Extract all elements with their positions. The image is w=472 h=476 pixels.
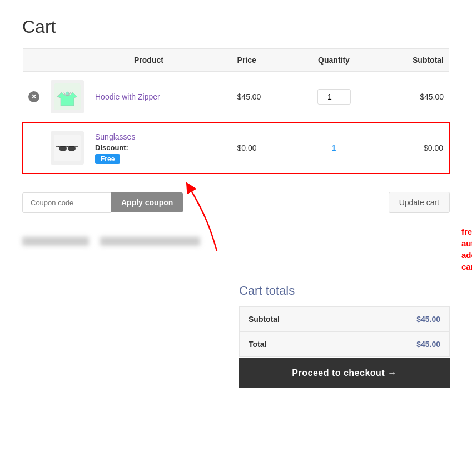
totals-table: Subtotal $45.00 Total $45.00 (239, 306, 450, 357)
subtotal-cell-hoodie: $45.00 (374, 72, 449, 123)
svg-point-1 (66, 92, 69, 95)
product-image-cell-sunglasses (45, 122, 90, 173)
product-thumbnail-sunglasses (51, 131, 84, 165)
apply-coupon-button[interactable]: Apply coupon (111, 192, 183, 212)
sunglasses-icon (54, 135, 81, 161)
product-link-sunglasses[interactable]: Sunglasses (95, 132, 135, 141)
col-price-header: Price (232, 49, 294, 72)
col-image-header (45, 49, 90, 72)
qty-cell-sunglasses: 1 (294, 122, 374, 173)
cart-totals-section: Cart totals Subtotal $45.00 Total $45.00… (239, 284, 450, 388)
qty-cell-hoodie (294, 72, 374, 123)
total-value: $45.00 (353, 332, 450, 357)
product-thumbnail (51, 80, 84, 113)
product-link-hoodie[interactable]: Hoodie with Zipper (95, 92, 160, 101)
col-qty-header: Quantity (294, 49, 374, 72)
product-name-cell-sunglasses: Sunglasses Discount: Free (90, 122, 232, 173)
blurred-row (22, 231, 233, 251)
total-label: Total (240, 332, 353, 357)
coupon-input[interactable] (22, 192, 111, 213)
product-image-cell (45, 72, 90, 123)
cart-table-wrapper: Product Price Quantity Subtotal ✕ (22, 48, 450, 174)
remove-button[interactable]: ✕ (28, 91, 39, 102)
svg-point-4 (68, 146, 76, 151)
free-badge: Free (95, 154, 120, 164)
svg-point-3 (59, 146, 67, 151)
annotation-text: free product automatically added to the … (461, 226, 472, 272)
remove-cell: ✕ (23, 72, 45, 123)
qty-input-hoodie[interactable] (317, 89, 351, 105)
svg-rect-2 (54, 135, 81, 161)
subtotal-label: Subtotal (240, 307, 353, 332)
coupon-left: Apply coupon (22, 192, 183, 213)
remove-cell-sunglasses (23, 122, 45, 173)
discount-label: Discount: (95, 143, 226, 152)
col-product-header: Product (90, 49, 232, 72)
subtotal-cell-sunglasses: $0.00 (374, 122, 449, 173)
page-title: Cart (22, 17, 450, 37)
table-row: ✕ Hoodie with Zipp (23, 72, 449, 123)
subtotal-value: $45.00 (353, 307, 450, 332)
update-cart-button[interactable]: Update cart (389, 192, 450, 213)
col-subtotal-header: Subtotal (374, 49, 449, 72)
cart-totals-title: Cart totals (239, 284, 450, 298)
subtotal-row: Subtotal $45.00 (240, 307, 450, 332)
table-header-row: Product Price Quantity Subtotal (23, 49, 449, 72)
cart-table: Product Price Quantity Subtotal ✕ (22, 48, 450, 174)
product-name-cell: Hoodie with Zipper (90, 72, 232, 123)
coupon-row: Apply coupon Update cart (22, 185, 450, 220)
col-remove-header (23, 49, 45, 72)
price-cell-hoodie: $45.00 (232, 72, 294, 123)
hoodie-icon (54, 83, 81, 110)
price-cell-sunglasses: $0.00 (232, 122, 294, 173)
sunglasses-row: Sunglasses Discount: Free $0.00 1 $0.00 (23, 122, 449, 173)
checkout-button[interactable]: Proceed to checkout → (239, 358, 450, 388)
total-row: Total $45.00 (240, 332, 450, 357)
